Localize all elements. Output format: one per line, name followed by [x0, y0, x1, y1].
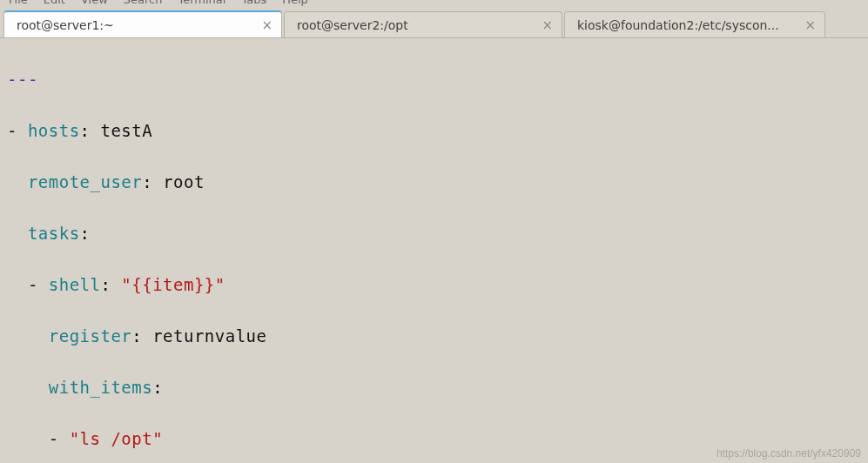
- menu-help[interactable]: Help: [282, 0, 308, 6]
- menu-tabs[interactable]: Tabs: [241, 0, 266, 6]
- code-line: tasks:: [7, 221, 868, 246]
- menu-terminal[interactable]: Terminal: [178, 0, 225, 6]
- code-line: - hosts: testA: [7, 118, 868, 144]
- code-line: with_items:: [7, 375, 868, 400]
- tab-label: root@server2:/opt: [297, 18, 408, 32]
- close-icon[interactable]: ×: [804, 17, 816, 33]
- tab-label: kiosk@foundation2:/etc/syscon...: [577, 18, 779, 32]
- menu-view[interactable]: View: [81, 0, 108, 6]
- tabbar: root@server1:~ × root@server2:/opt × kio…: [0, 9, 868, 38]
- tab-server1[interactable]: root@server1:~ ×: [3, 10, 282, 37]
- close-icon[interactable]: ×: [261, 17, 273, 33]
- code-line: remote_user: root: [7, 170, 868, 195]
- tab-foundation2[interactable]: kiosk@foundation2:/etc/syscon... ×: [564, 11, 825, 37]
- editor[interactable]: --- - hosts: testA remote_user: root tas…: [0, 38, 868, 463]
- code-line: register: returnvalue: [7, 324, 868, 349]
- menu-search[interactable]: Search: [124, 0, 163, 6]
- menu-edit[interactable]: Edit: [44, 0, 65, 6]
- tab-server2[interactable]: root@server2:/opt ×: [284, 11, 562, 37]
- tab-label: root@server1:~: [17, 18, 114, 32]
- menu-file[interactable]: File: [9, 0, 28, 6]
- menubar: File Edit View Search Terminal Tabs Help: [0, 0, 868, 9]
- code-line: - shell: "{{item}}": [7, 272, 868, 298]
- code-line: ---: [7, 67, 868, 92]
- watermark: https://blog.csdn.net/yfx420909: [717, 447, 861, 460]
- close-icon[interactable]: ×: [542, 17, 553, 33]
